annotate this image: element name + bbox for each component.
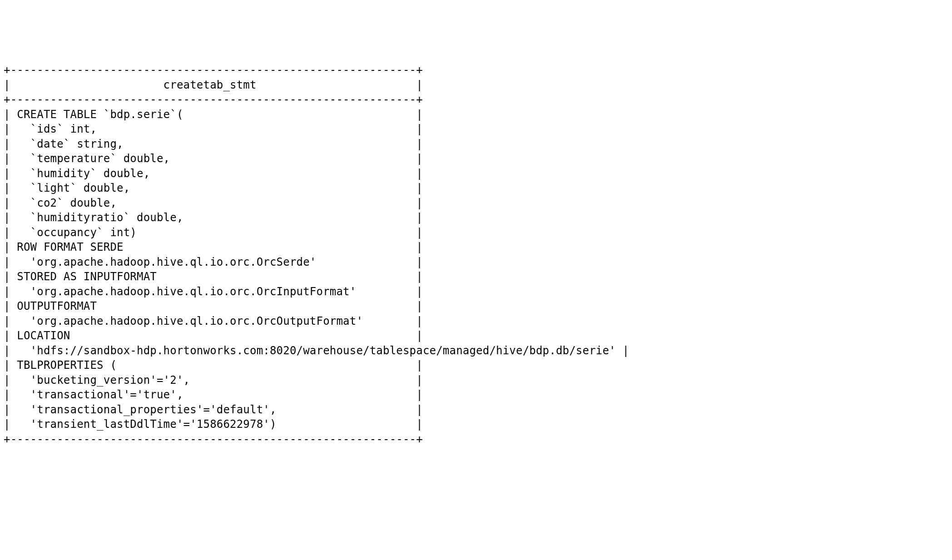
table-border: +---------------------------------------… — [4, 63, 948, 78]
table-row: | `occupancy` int) | — [4, 225, 948, 240]
table-row: | ROW FORMAT SERDE | — [4, 240, 948, 255]
table-row: | `humidity` double, | — [4, 166, 948, 181]
table-row: | CREATE TABLE `bdp.serie`( | — [4, 107, 948, 122]
table-header: | createtab_stmt | — [4, 78, 948, 93]
table-border: +---------------------------------------… — [4, 92, 948, 107]
table-row: | `temperature` double, | — [4, 151, 948, 166]
table-row: | 'hdfs://sandbox-hdp.hortonworks.com:80… — [4, 343, 948, 358]
table-row: | OUTPUTFORMAT | — [4, 299, 948, 314]
table-row: | STORED AS INPUTFORMAT | — [4, 269, 948, 284]
table-row: | 'transactional_properties'='default', … — [4, 402, 948, 417]
table-border: +---------------------------------------… — [4, 432, 948, 447]
table-row: | 'transient_lastDdlTime'='1586622978') … — [4, 417, 948, 432]
table-row: | `humidityratio` double, | — [4, 210, 948, 225]
table-row: | `date` string, | — [4, 137, 948, 152]
table-row: | 'org.apache.hadoop.hive.ql.io.orc.OrcI… — [4, 284, 948, 299]
table-row: | LOCATION | — [4, 328, 948, 343]
table-row: | 'bucketing_version'='2', | — [4, 373, 948, 388]
table-row: | 'transactional'='true', | — [4, 387, 948, 402]
table-row: | 'org.apache.hadoop.hive.ql.io.orc.OrcO… — [4, 314, 948, 329]
table-row: | `light` double, | — [4, 181, 948, 196]
table-row: | `ids` int, | — [4, 122, 948, 137]
hive-show-create-table-output: +---------------------------------------… — [4, 63, 948, 446]
table-row: | TBLPROPERTIES ( | — [4, 358, 948, 373]
table-row: | `co2` double, | — [4, 196, 948, 211]
table-row: | 'org.apache.hadoop.hive.ql.io.orc.OrcS… — [4, 255, 948, 270]
